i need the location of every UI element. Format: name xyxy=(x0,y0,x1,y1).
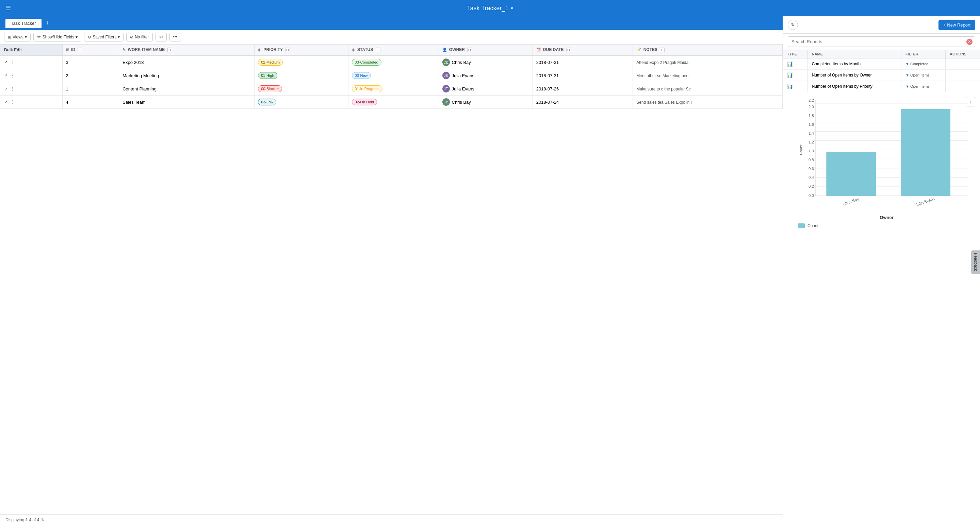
report-actions-cell xyxy=(945,70,980,81)
bar-julia-evans xyxy=(901,109,950,196)
row-menu-button[interactable]: ⋮ xyxy=(10,59,15,65)
settings-button[interactable]: ⚙ xyxy=(156,33,167,41)
filter-funnel-icon: ▼ xyxy=(905,62,909,66)
table-row: ↗ ⋮ 1 Content Planning 00-Blocker 01-In … xyxy=(0,82,783,95)
title-dropdown-icon[interactable]: ▾ xyxy=(511,5,513,11)
add-tab-button[interactable]: + xyxy=(43,18,52,28)
fields-dropdown-icon: ▾ xyxy=(76,35,78,40)
expand-row-button[interactable]: ↗ xyxy=(3,73,8,79)
priority-cell: 01-High xyxy=(255,69,348,82)
svg-text:Count: Count xyxy=(799,144,803,155)
avatar: CB xyxy=(442,59,450,66)
svg-text:Julia Evans: Julia Evans xyxy=(915,196,935,207)
report-refresh-button[interactable]: ↻ xyxy=(788,20,798,30)
id-column-header[interactable]: ⊞ ID ⊡ xyxy=(62,44,119,56)
feedback-button[interactable]: Feedback xyxy=(971,250,980,274)
work-item-column-header[interactable]: ✎ WORK ITEM NAME ⊡ xyxy=(119,44,255,56)
status-cell: 01-In Progress xyxy=(348,82,439,95)
row-menu-button[interactable]: ⋮ xyxy=(10,86,15,92)
notes-column-header[interactable]: 📝 NOTES ⊡ xyxy=(633,44,783,56)
feedback-wrapper: Feedback xyxy=(971,250,980,275)
svg-text:1.2: 1.2 xyxy=(808,140,814,144)
report-row[interactable]: 📊 Number of Open Items by Owner ▼ Open I… xyxy=(783,70,980,81)
expand-row-button[interactable]: ↗ xyxy=(3,86,8,92)
work-item-cell: Expo 2018 xyxy=(119,56,255,69)
search-clear-button[interactable]: ✕ xyxy=(966,39,972,45)
priority-cell: 00-Blocker xyxy=(255,82,348,95)
views-dropdown-icon: ▾ xyxy=(25,35,27,40)
row-menu-button[interactable]: ⋮ xyxy=(10,73,15,79)
filter-icon: ⊘ xyxy=(130,35,134,40)
status-col-icon: ◎ xyxy=(352,48,355,52)
type-col-header: TYPE xyxy=(783,50,808,59)
id-cell: 3 xyxy=(62,56,119,69)
show-hide-fields-button[interactable]: 👁 Show/Hide Fields ▾ xyxy=(33,33,81,41)
task-tracker-tab[interactable]: Task Tracker xyxy=(5,19,41,28)
report-type-cell: 📊 xyxy=(783,81,808,92)
report-name-cell: Number of Open Items by Priority xyxy=(808,81,901,92)
due-date-cell: 2018-07-31 xyxy=(533,69,633,82)
row-menu-button[interactable]: ⋮ xyxy=(10,99,15,105)
due-date-cell: 2018-07-26 xyxy=(533,82,633,95)
owner-name: Chris Bay xyxy=(452,100,471,105)
app-title: Task Tracker_1 ▾ xyxy=(467,5,513,12)
report-header: ↻ + New Report xyxy=(783,16,980,34)
priority-sort-button[interactable]: ⊡ xyxy=(285,48,290,52)
legend-label: Count xyxy=(808,224,818,228)
svg-text:0.8: 0.8 xyxy=(808,158,814,162)
expand-row-button[interactable]: ↗ xyxy=(3,59,8,65)
new-report-button[interactable]: + New Report xyxy=(939,20,975,30)
owner-cell: JE Julia Evans xyxy=(439,69,533,82)
refresh-icon[interactable]: ↻ xyxy=(41,517,45,522)
saved-filters-button[interactable]: ⊘ Saved Filters ▾ xyxy=(84,33,124,41)
right-panel: ↻ + New Report ✕ TYPE NAME FILTER ACTION… xyxy=(783,16,980,525)
work-item-sort-button[interactable]: ⊡ xyxy=(167,48,172,52)
owner-cell: CB Chris Bay xyxy=(439,56,533,69)
status-column-header[interactable]: ◎ STATUS ⊡ xyxy=(348,44,439,56)
notes-cell: Meet other so Marketing peo xyxy=(633,69,783,82)
owner-column-header[interactable]: 👤 OWNER ⊡ xyxy=(439,44,533,56)
priority-col-icon: ◎ xyxy=(258,48,261,52)
name-col-header: NAME xyxy=(808,50,901,59)
due-date-column-header[interactable]: 📅 DUE DATE ⊡ xyxy=(533,44,633,56)
id-sort-button[interactable]: ⊡ xyxy=(78,48,82,52)
notes-sort-button[interactable]: ⊡ xyxy=(660,48,665,52)
report-row[interactable]: 📊 Completed Items by Month ▼ Completed xyxy=(783,59,980,70)
table-row: ↗ ⋮ 2 Marketing Meeting 01-High 00-New J… xyxy=(0,69,783,82)
status-sort-button[interactable]: ⊡ xyxy=(375,48,380,52)
svg-text:0.4: 0.4 xyxy=(808,176,814,179)
due-date-cell: 2018-07-24 xyxy=(533,95,633,109)
no-filter-button[interactable]: ⊘ No filter xyxy=(126,33,153,41)
report-type-cell: 📊 xyxy=(783,59,808,70)
search-reports-container: ✕ xyxy=(783,34,980,50)
work-item-cell: Content Planning xyxy=(119,82,255,95)
expand-row-button[interactable]: ↗ xyxy=(3,99,8,105)
filter-col-header: FILTER xyxy=(901,50,946,59)
due-date-sort-button[interactable]: ⊡ xyxy=(566,48,571,52)
id-col-icon: ⊞ xyxy=(66,48,69,52)
more-options-button[interactable]: ••• xyxy=(169,33,181,41)
menu-button[interactable]: ☰ xyxy=(5,5,11,12)
filter-funnel-icon: ▼ xyxy=(905,84,909,89)
owner-sort-button[interactable]: ⊡ xyxy=(467,48,472,52)
svg-text:2.0: 2.0 xyxy=(808,105,814,109)
chart-legend: Count xyxy=(798,224,975,228)
chart-area: ↓ 0.0 0.2 0.4 xyxy=(783,92,980,525)
views-icon: ⊞ xyxy=(8,35,11,40)
table-row: ↗ ⋮ 4 Sales Team 03-Low 02-On Hold CB Ch… xyxy=(0,95,783,109)
due-date-cell: 2018-07-31 xyxy=(533,56,633,69)
left-panel: Task Tracker + ⊞ Views ▾ 👁 Show/Hide Fie… xyxy=(0,16,783,525)
svg-text:1.6: 1.6 xyxy=(808,122,814,127)
owner-name: Julia Evans xyxy=(452,73,474,78)
svg-text:Chris Bay: Chris Bay xyxy=(842,197,859,206)
owner-name: Julia Evans xyxy=(452,86,474,92)
priority-column-header[interactable]: ◎ PRIORITY ⊡ xyxy=(255,44,348,56)
row-controls-cell: ↗ ⋮ xyxy=(0,56,62,69)
bulk-edit-header[interactable]: Bulk Edit xyxy=(0,44,62,56)
search-reports-input[interactable] xyxy=(788,36,975,47)
report-actions-cell xyxy=(945,59,980,70)
views-button[interactable]: ⊞ Views ▾ xyxy=(4,33,30,41)
main-layout: Task Tracker + ⊞ Views ▾ 👁 Show/Hide Fie… xyxy=(0,16,980,525)
report-row[interactable]: 📊 Number of Open Items by Priority ▼ Ope… xyxy=(783,81,980,92)
report-filter-cell: ▼ Open Items xyxy=(901,70,946,81)
